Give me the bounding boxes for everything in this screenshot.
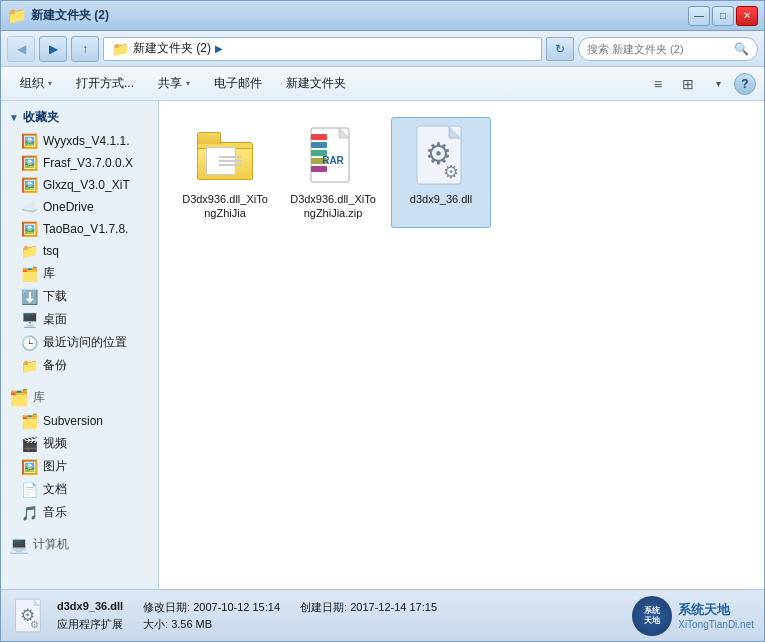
- favorites-header[interactable]: ▼ 收藏夹: [1, 105, 158, 130]
- share-button[interactable]: 共享 ▾: [147, 70, 201, 98]
- status-row-1: d3dx9_36.dll 修改日期: 2007-10-12 15:14 创建日期…: [57, 600, 622, 615]
- up-button[interactable]: ↑: [71, 36, 99, 62]
- status-modified: 修改日期: 2007-10-12 15:14: [143, 600, 280, 615]
- sidebar-item-glxzq[interactable]: 🖼️ Glxzq_V3.0_XiT: [1, 174, 158, 196]
- photos-label: 图片: [43, 458, 67, 475]
- status-modified-label: 修改日期:: [143, 601, 190, 613]
- status-info: d3dx9_36.dll 修改日期: 2007-10-12 15:14 创建日期…: [57, 600, 622, 632]
- sidebar-item-onedrive[interactable]: ☁️ OneDrive: [1, 196, 158, 218]
- zip1-name: D3dx936.dll_XiTongZhiJia.zip: [290, 192, 376, 221]
- status-modified-date: 2007-10-12 15:14: [193, 601, 280, 613]
- folder1-icon: [197, 132, 253, 180]
- paper-line-2: [219, 160, 241, 162]
- sidebar: ▼ 收藏夹 🖼️ Wyyxds_V4.1.1. 🖼️ Frasf_V3.7.0.…: [1, 101, 159, 589]
- organize-button[interactable]: 组织 ▾: [9, 70, 63, 98]
- sidebar-item-recent[interactable]: 🕒 最近访问的位置: [1, 331, 158, 354]
- wyy-label: Wyyxds_V4.1.1.: [43, 134, 130, 148]
- refresh-button[interactable]: ↻: [546, 37, 574, 61]
- libraries-section-header[interactable]: 🗂️ 库: [1, 385, 158, 410]
- folder-paper-lines: [219, 156, 241, 166]
- backup-label: 备份: [43, 357, 67, 374]
- sidebar-item-taobao[interactable]: 🖼️ TaoBao_V1.7.8.: [1, 218, 158, 240]
- sidebar-item-download[interactable]: ⬇️ 下载: [1, 285, 158, 308]
- sidebar-item-photos[interactable]: 🖼️ 图片: [1, 455, 158, 478]
- desktop-label: 桌面: [43, 311, 67, 328]
- organize-arrow: ▾: [48, 79, 52, 88]
- frasf-icon: 🖼️: [21, 155, 38, 171]
- sidebar-item-subversion[interactable]: 🗂️ Subversion: [1, 410, 158, 432]
- address-path[interactable]: 📁 新建文件夹 (2) ▶: [103, 37, 542, 61]
- recent-label: 最近访问的位置: [43, 334, 127, 351]
- email-button[interactable]: 电子邮件: [203, 70, 273, 98]
- view-btn-1[interactable]: ≡: [644, 71, 672, 97]
- search-box[interactable]: 🔍: [578, 37, 758, 61]
- address-bar: ◀ ▶ ↑ 📁 新建文件夹 (2) ▶ ↻ 🔍: [1, 31, 764, 67]
- view-buttons: ≡ ⊞ ▾: [644, 71, 732, 97]
- download-icon: ⬇️: [21, 289, 38, 305]
- svg-rect-6: [311, 166, 327, 172]
- video-icon: 🎬: [21, 436, 38, 452]
- computer-icon: 💻: [9, 535, 29, 554]
- sidebar-divider-1: [1, 377, 158, 385]
- libraries-section-icon: 🗂️: [9, 388, 29, 407]
- close-button[interactable]: ✕: [736, 6, 758, 26]
- favorites-expand-icon: ▼: [9, 112, 19, 123]
- status-size: 大小: 3.56 MB: [143, 617, 212, 632]
- status-created-label: 创建日期:: [300, 601, 347, 613]
- path-arrow: ▶: [215, 43, 223, 54]
- docs-icon: 📄: [21, 482, 38, 498]
- minimize-button[interactable]: —: [688, 6, 710, 26]
- view-btn-arrow[interactable]: ▾: [704, 71, 732, 97]
- maximize-button[interactable]: □: [712, 6, 734, 26]
- title-bar: 📁 新建文件夹 (2) — □ ✕: [1, 1, 764, 31]
- status-created: 创建日期: 2017-12-14 17:15: [300, 600, 437, 615]
- recent-icon: 🕒: [21, 335, 38, 351]
- status-filename: d3dx9_36.dll: [57, 600, 123, 615]
- glxzq-label: Glxzq_V3.0_XiT: [43, 178, 130, 192]
- back-button[interactable]: ◀: [7, 36, 35, 62]
- sidebar-item-backup[interactable]: 📁 备份: [1, 354, 158, 377]
- file-item-folder1[interactable]: D3dx936.dll_XiTongZhiJia: [175, 117, 275, 228]
- help-button[interactable]: ?: [734, 73, 756, 95]
- search-input[interactable]: [587, 43, 730, 55]
- tsq-label: tsq: [43, 244, 59, 258]
- watermark-logo: 系统天地: [632, 596, 672, 636]
- onedrive-icon: ☁️: [21, 199, 38, 215]
- new-folder-button[interactable]: 新建文件夹: [275, 70, 357, 98]
- sidebar-item-desktop[interactable]: 🖥️ 桌面: [1, 308, 158, 331]
- forward-button[interactable]: ▶: [39, 36, 67, 62]
- docs-label: 文档: [43, 481, 67, 498]
- file-item-zip1[interactable]: RAR D3dx936.dll_XiTongZhiJia.zip: [283, 117, 383, 228]
- sidebar-item-frasf[interactable]: 🖼️ Frasf_V3.7.0.0.X: [1, 152, 158, 174]
- toolbar: 组织 ▾ 打开方式... 共享 ▾ 电子邮件 新建文件夹 ≡ ⊞ ▾ ?: [1, 67, 764, 101]
- sidebar-item-tsq[interactable]: 📁 tsq: [1, 240, 158, 262]
- title-bar-left: 📁 新建文件夹 (2): [7, 6, 109, 25]
- view-btn-2[interactable]: ⊞: [674, 71, 702, 97]
- file-item-dll1[interactable]: ⚙ ⚙ d3dx9_36.dll: [391, 117, 491, 228]
- folder-front: [197, 148, 253, 180]
- video-label: 视频: [43, 435, 67, 452]
- status-created-date: 2017-12-14 17:15: [350, 601, 437, 613]
- sidebar-item-ku[interactable]: 🗂️ 库: [1, 262, 158, 285]
- open-button[interactable]: 打开方式...: [65, 70, 145, 98]
- music-icon: 🎵: [21, 505, 38, 521]
- paper-line-1: [219, 156, 241, 158]
- sidebar-item-music[interactable]: 🎵 音乐: [1, 501, 158, 524]
- photos-icon: 🖼️: [21, 459, 38, 475]
- folder-paper: [206, 147, 236, 175]
- window-title: 新建文件夹 (2): [31, 7, 109, 24]
- folder-icon-title: 📁: [7, 6, 27, 25]
- sidebar-item-video[interactable]: 🎬 视频: [1, 432, 158, 455]
- favorites-label: 收藏夹: [23, 109, 59, 126]
- backup-icon: 📁: [21, 358, 38, 374]
- computer-section[interactable]: 💻 计算机: [1, 532, 158, 557]
- sidebar-item-docs[interactable]: 📄 文档: [1, 478, 158, 501]
- taobao-icon: 🖼️: [21, 221, 38, 237]
- share-arrow: ▾: [186, 79, 190, 88]
- sidebar-item-wyy[interactable]: 🖼️ Wyyxds_V4.1.1.: [1, 130, 158, 152]
- watermark-logo-text: 系统天地: [644, 606, 660, 625]
- taobao-label: TaoBao_V1.7.8.: [43, 222, 128, 236]
- desktop-icon: 🖥️: [21, 312, 38, 328]
- dll1-icon-wrapper: ⚙ ⚙: [409, 124, 473, 188]
- svg-text:⚙: ⚙: [30, 619, 39, 630]
